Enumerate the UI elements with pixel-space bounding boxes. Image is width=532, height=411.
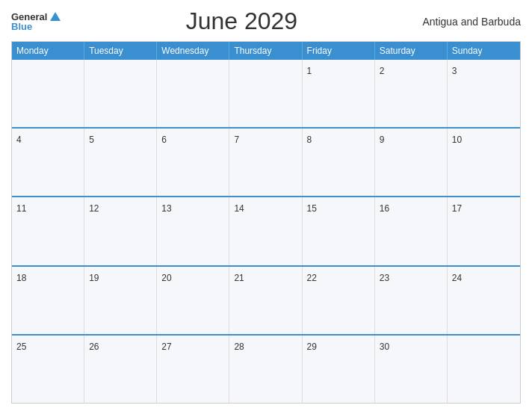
calendar-day: 23 bbox=[375, 267, 448, 334]
calendar-empty-day bbox=[12, 60, 84, 127]
calendar-empty-day bbox=[84, 60, 157, 127]
weekday-header: Saturday bbox=[375, 42, 448, 60]
day-number: 30 bbox=[380, 342, 389, 352]
calendar-day: 12 bbox=[84, 197, 157, 265]
logo-general-text: General bbox=[11, 12, 47, 22]
calendar-week: 252627282930 bbox=[12, 334, 520, 403]
calendar-day: 13 bbox=[157, 197, 229, 265]
weekday-header: Thursday bbox=[229, 42, 302, 60]
day-number: 2 bbox=[380, 66, 385, 76]
calendar-empty-day bbox=[157, 60, 229, 127]
calendar-day: 11 bbox=[12, 197, 84, 265]
calendar-day: 4 bbox=[12, 129, 84, 196]
calendar-day: 20 bbox=[157, 267, 229, 334]
calendar-empty-day bbox=[229, 60, 302, 127]
calendar-day: 22 bbox=[303, 267, 375, 334]
calendar-day: 14 bbox=[229, 197, 302, 265]
calendar-day: 28 bbox=[229, 336, 302, 403]
calendar-day: 19 bbox=[84, 267, 157, 334]
day-number: 4 bbox=[16, 135, 22, 145]
day-number: 21 bbox=[234, 273, 244, 283]
day-number: 19 bbox=[89, 273, 99, 283]
day-number: 1 bbox=[307, 66, 312, 76]
calendar-week: 45678910 bbox=[12, 127, 520, 196]
day-number: 27 bbox=[161, 342, 171, 352]
weekday-header: Friday bbox=[303, 42, 375, 60]
weekday-header: Wednesday bbox=[157, 42, 229, 60]
calendar-header: MondayTuesdayWednesdayThursdayFridaySatu… bbox=[12, 42, 520, 60]
day-number: 24 bbox=[452, 273, 462, 283]
calendar-day: 1 bbox=[303, 60, 375, 127]
calendar-week: 123 bbox=[12, 60, 520, 127]
calendar-day: 26 bbox=[84, 336, 157, 403]
calendar-day: 30 bbox=[375, 336, 448, 403]
day-number: 26 bbox=[89, 342, 99, 352]
day-number: 28 bbox=[234, 342, 244, 352]
day-number: 10 bbox=[452, 135, 462, 145]
calendar-week: 11121314151617 bbox=[12, 196, 520, 265]
calendar-title: June 2029 bbox=[186, 7, 297, 35]
calendar-day: 29 bbox=[303, 336, 375, 403]
day-number: 29 bbox=[307, 342, 317, 352]
logo: General Blue bbox=[11, 12, 61, 31]
calendar-body: 1234567891011121314151617181920212223242… bbox=[12, 60, 520, 403]
day-number: 6 bbox=[161, 135, 167, 145]
day-number: 12 bbox=[89, 203, 99, 214]
weekday-header: Sunday bbox=[448, 42, 520, 60]
calendar-day: 21 bbox=[229, 267, 302, 334]
day-number: 3 bbox=[452, 66, 457, 76]
calendar-day: 3 bbox=[448, 60, 520, 127]
calendar-day: 9 bbox=[375, 129, 448, 196]
day-number: 8 bbox=[307, 135, 312, 145]
day-number: 23 bbox=[380, 273, 389, 283]
calendar-day: 2 bbox=[375, 60, 448, 127]
calendar-day: 10 bbox=[448, 129, 520, 196]
calendar-day: 24 bbox=[448, 267, 520, 334]
header: General Blue June 2029 Antigua and Barbu… bbox=[11, 7, 521, 35]
logo-triangle-icon bbox=[50, 12, 61, 21]
calendar-day: 6 bbox=[157, 129, 229, 196]
calendar-day: 5 bbox=[84, 129, 157, 196]
day-number: 9 bbox=[380, 135, 385, 145]
day-number: 5 bbox=[89, 135, 94, 145]
calendar-grid: MondayTuesdayWednesdayThursdayFridaySatu… bbox=[11, 41, 521, 404]
day-number: 16 bbox=[380, 203, 389, 214]
calendar-week: 18192021222324 bbox=[12, 265, 520, 334]
day-number: 20 bbox=[161, 273, 171, 283]
calendar-day: 7 bbox=[229, 129, 302, 196]
country-name: Antigua and Barbuda bbox=[422, 16, 521, 28]
day-number: 22 bbox=[307, 273, 317, 283]
day-number: 11 bbox=[16, 203, 26, 214]
day-number: 18 bbox=[16, 273, 26, 283]
weekday-header: Monday bbox=[12, 42, 84, 60]
day-number: 14 bbox=[234, 203, 244, 214]
calendar-page: General Blue June 2029 Antigua and Barbu… bbox=[0, 0, 532, 411]
logo-blue-text: Blue bbox=[11, 22, 61, 31]
day-number: 17 bbox=[452, 203, 462, 214]
calendar-day: 16 bbox=[375, 197, 448, 265]
calendar-day: 27 bbox=[157, 336, 229, 403]
calendar-day: 15 bbox=[303, 197, 375, 265]
day-number: 13 bbox=[161, 203, 171, 214]
day-number: 15 bbox=[307, 203, 317, 214]
calendar-empty-day bbox=[448, 336, 520, 403]
day-number: 25 bbox=[16, 342, 26, 352]
calendar-day: 8 bbox=[303, 129, 375, 196]
calendar-day: 25 bbox=[12, 336, 84, 403]
weekday-header: Tuesday bbox=[84, 42, 157, 60]
day-number: 7 bbox=[234, 135, 239, 145]
calendar-day: 17 bbox=[448, 197, 520, 265]
calendar-day: 18 bbox=[12, 267, 84, 334]
